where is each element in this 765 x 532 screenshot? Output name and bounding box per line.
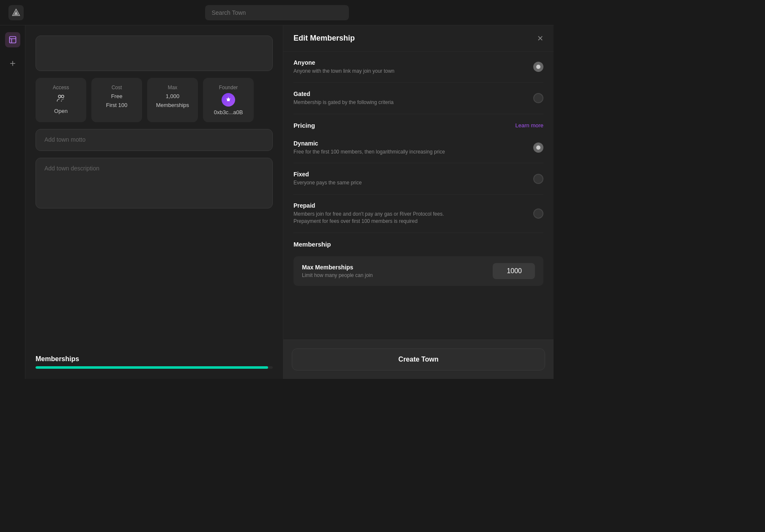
prepaid-desc: Members join for free and don't pay any … — [293, 211, 471, 225]
option-fixed: Fixed Everyone pays the same price — [293, 163, 543, 195]
search-input[interactable] — [205, 5, 349, 20]
memberships-title: Memberships — [36, 355, 273, 363]
panel-header: Edit Membership ✕ — [283, 25, 554, 52]
max-memberships-card: Max Memberships Limit how many people ca… — [293, 256, 543, 286]
gated-desc: Membership is gated by the following cri… — [293, 99, 394, 106]
stat-card-max: Max 1,000 Memberships — [147, 78, 198, 122]
access-icon — [56, 93, 66, 105]
prepaid-title: Prepaid — [293, 202, 471, 209]
sidebar-item-inbox[interactable] — [5, 32, 20, 47]
option-anyone: Anyone Anyone with the town link may joi… — [293, 52, 543, 83]
motto-input[interactable]: Add town motto — [36, 129, 273, 151]
create-town-button[interactable]: Create Town — [292, 348, 545, 370]
option-dynamic: Dynamic Free for the first 100 members, … — [293, 132, 543, 164]
cost-value-2: First 100 — [106, 102, 128, 108]
learn-more-link[interactable]: Learn more — [515, 122, 543, 129]
layout: Test123 Access Open Cost Fre — [0, 25, 554, 379]
max-value-2: Memberships — [156, 102, 189, 108]
description-input[interactable]: Add town description — [36, 158, 273, 208]
stat-card-access: Access Open — [36, 78, 86, 122]
memberships-section: Memberships — [36, 355, 273, 369]
gated-title: Gated — [293, 90, 394, 97]
fixed-desc: Everyone pays the same price — [293, 179, 362, 186]
sidebar — [0, 25, 25, 379]
pricing-header: Pricing Learn more — [293, 114, 543, 132]
panel-title: Edit Membership — [293, 34, 355, 43]
fixed-title: Fixed — [293, 171, 362, 178]
anyone-title: Anyone — [293, 59, 395, 66]
anyone-radio[interactable] — [533, 62, 543, 72]
stats-row: Access Open Cost Free First 100 — [36, 78, 273, 122]
anyone-desc: Anyone with the town link may join your … — [293, 68, 395, 75]
founder-avatar — [222, 93, 235, 107]
max-memberships-input[interactable] — [493, 263, 535, 279]
cost-label: Cost — [112, 85, 122, 90]
option-gated: Gated Membership is gated by the followi… — [293, 83, 543, 114]
founder-address: 0xb3c...a0B — [214, 109, 243, 115]
prepaid-radio[interactable] — [533, 208, 543, 219]
dynamic-radio[interactable] — [533, 143, 543, 153]
progress-bar-bg — [36, 366, 273, 369]
svg-point-6 — [61, 95, 64, 98]
svg-point-5 — [58, 95, 61, 98]
membership-header: Membership — [293, 233, 543, 251]
topbar — [0, 0, 554, 25]
dynamic-title: Dynamic — [293, 140, 445, 147]
max-memberships-desc: Limit how many people can join — [302, 272, 373, 278]
svg-rect-2 — [9, 37, 16, 43]
logo — [8, 5, 24, 20]
main-content: Test123 Access Open Cost Fre — [25, 25, 283, 379]
stat-card-founder: Founder 0xb3c...a0B — [203, 78, 254, 122]
dynamic-desc: Free for the first 100 members, then log… — [293, 148, 445, 156]
create-town-section: Create Town — [283, 340, 554, 379]
membership-section: Max Memberships Limit how many people ca… — [293, 251, 543, 291]
pricing-title: Pricing — [293, 122, 315, 129]
option-prepaid: Prepaid Members join for free and don't … — [293, 195, 543, 233]
membership-section-title: Membership — [293, 241, 331, 248]
stat-card-cost: Cost Free First 100 — [91, 78, 142, 122]
town-name-input[interactable]: Test123 — [36, 36, 273, 71]
gated-radio[interactable] — [533, 93, 543, 103]
founder-label: Founder — [219, 85, 238, 90]
fixed-radio[interactable] — [533, 174, 543, 184]
panel-content: Anyone Anyone with the town link may joi… — [283, 52, 554, 340]
max-value-1: 1,000 — [166, 93, 180, 99]
max-label: Max — [168, 85, 178, 90]
close-button[interactable]: ✕ — [537, 35, 543, 42]
cost-value-1: Free — [111, 93, 123, 99]
max-memberships-title: Max Memberships — [302, 264, 373, 271]
access-value: Open — [54, 108, 68, 114]
access-label: Access — [53, 85, 69, 90]
progress-bar-fill — [36, 366, 268, 369]
right-panel: Edit Membership ✕ Anyone Anyone with the… — [283, 25, 554, 379]
sidebar-item-add[interactable] — [5, 56, 20, 71]
